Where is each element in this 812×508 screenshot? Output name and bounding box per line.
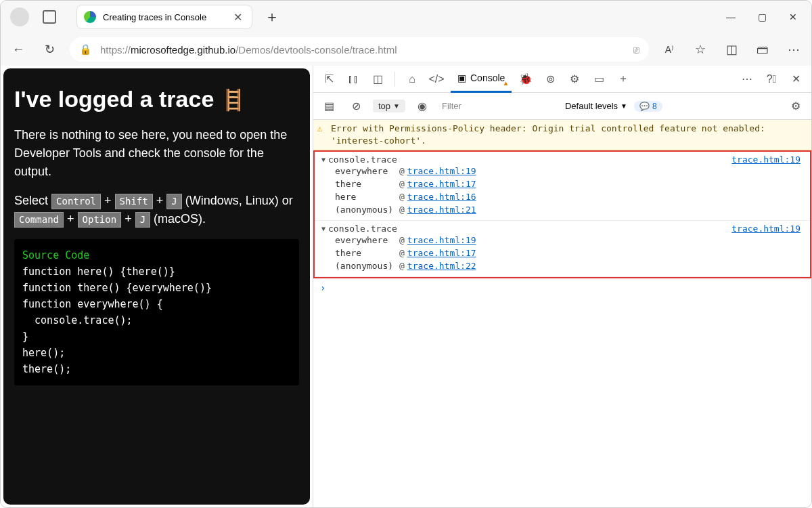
frame-source-link[interactable]: trace.html:16 (407, 192, 476, 202)
highlighted-trace-region: ▼console.tracetrace.html:19everywhere@tr… (313, 150, 811, 278)
filter-input[interactable] (439, 98, 558, 114)
edge-icon (84, 11, 96, 23)
performance-tab-icon[interactable]: ⚙ (564, 69, 585, 89)
clear-console-icon[interactable]: ⊘ (346, 96, 366, 117)
trace-group: ▼console.tracetrace.html:19everywhere@tr… (315, 152, 810, 221)
browser-tab[interactable]: Creating traces in Console ✕ (76, 5, 252, 29)
collections-icon[interactable]: 🗃 (752, 39, 773, 60)
main-area: I've logged a trace 🪜 There is nothing t… (1, 66, 811, 507)
address-bar: ← ↻ 🔒 https:// microsoftedge.github.io /… (1, 33, 811, 66)
minimize-button[interactable]: ― (715, 3, 746, 30)
frame-at: @ (399, 179, 405, 189)
console-tab[interactable]: ▣ Console ▲ (451, 66, 512, 93)
more-icon[interactable]: ⋯ (783, 39, 805, 60)
frame-source-link[interactable]: trace.html:22 (407, 261, 476, 271)
console-toolbar: ▤ ⊘ top ▼ ◉ Default levels ▼ 💬 8 ⚙ (313, 93, 811, 120)
frame-at: @ (399, 205, 405, 215)
split-screen-icon[interactable]: ◫ (721, 39, 742, 60)
frame-source-link[interactable]: trace.html:21 (407, 205, 476, 215)
maximize-button[interactable]: ▢ (746, 3, 777, 30)
close-window-button[interactable]: ✕ (777, 3, 809, 30)
trace-header[interactable]: ▼console.tracetrace.html:19 (321, 154, 810, 165)
console-prompt[interactable]: › (313, 278, 811, 297)
welcome-tab-icon[interactable]: ⌂ (402, 69, 422, 89)
plus-2: + (156, 194, 167, 207)
frame-function: (anonymous) (335, 261, 399, 271)
kbd-j-1: J (166, 194, 181, 209)
app-mode-icon[interactable]: ⎚ (633, 44, 639, 56)
source-code-block: Source Code function here() {there()} fu… (14, 239, 299, 385)
sidebar-toggle-icon[interactable]: ▤ (319, 96, 339, 117)
page-paragraph-2: Select Control + Shift + J (Windows, Lin… (14, 192, 299, 228)
frame-at: @ (399, 235, 405, 245)
more-tabs-icon[interactable]: ＋ (613, 69, 633, 89)
console-warning-row: Error with Permissions-Policy header: Or… (313, 120, 811, 150)
trace-header[interactable]: ▼console.tracetrace.html:19 (321, 224, 810, 234)
caret-down-icon: ▼ (321, 156, 325, 163)
back-button[interactable]: ← (7, 39, 29, 60)
application-tab-icon[interactable]: ▭ (589, 69, 609, 89)
device-icon[interactable]: ⫿⫿ (343, 69, 363, 89)
elements-tab-icon[interactable]: </> (426, 69, 447, 89)
chat-icon: 💬 (639, 102, 650, 111)
close-tab-icon[interactable]: ✕ (231, 11, 245, 24)
page-heading-text: I've logged a trace (14, 86, 214, 112)
issues-badge[interactable]: 💬 8 (634, 101, 662, 112)
console-tab-label: Console (470, 72, 505, 83)
frame-function: (anonymous) (335, 205, 399, 215)
console-icon: ▣ (457, 72, 466, 83)
frame-source-link[interactable]: trace.html:19 (407, 235, 476, 245)
url-host: microsoftedge.github.io (131, 44, 235, 56)
log-levels-selector[interactable]: Default levels ▼ (565, 101, 627, 111)
trace-source-link[interactable]: trace.html:19 (731, 224, 800, 234)
url-field[interactable]: 🔒 https:// microsoftedge.github.io /Demo… (70, 37, 649, 62)
frame-source-link[interactable]: trace.html:19 (407, 166, 476, 176)
para2-text-c: (macOS). (154, 212, 206, 226)
page-paragraph-1: There is nothing to see here, you need t… (14, 126, 299, 181)
frame-source-link[interactable]: trace.html:17 (407, 248, 476, 258)
kebab-icon[interactable]: ⋯ (737, 69, 757, 89)
devtools-tabbar: ⇱ ⫿⫿ ◫ ⌂ </> ▣ Console ▲ 🐞 ⊚ ⚙ ▭ ＋ ⋯ ?⃝ … (313, 66, 811, 93)
context-selector[interactable]: top ▼ (373, 100, 405, 112)
workspaces-icon[interactable] (43, 10, 56, 24)
kbd-j-2: J (135, 212, 150, 228)
stack-frame-row: everywhere@trace.html:19 (321, 165, 810, 177)
frame-function: here (335, 192, 399, 202)
frame-function: there (335, 248, 399, 258)
trace-source-link[interactable]: trace.html:19 (731, 154, 800, 165)
read-aloud-icon[interactable]: A⁾ (658, 39, 680, 60)
help-icon[interactable]: ?⃝ (761, 69, 782, 89)
warning-dot-icon: ▲ (502, 79, 509, 87)
stack-frame-row: there@trace.html:17 (321, 247, 810, 259)
sources-tab-icon[interactable]: 🐞 (516, 69, 536, 89)
stack-frame-row: everywhere@trace.html:19 (321, 234, 810, 247)
refresh-button[interactable]: ↻ (39, 39, 60, 60)
network-tab-icon[interactable]: ⊚ (540, 69, 560, 89)
demo-page: I've logged a trace 🪜 There is nothing t… (3, 68, 310, 505)
favorite-icon[interactable]: ☆ (690, 39, 711, 60)
frame-source-link[interactable]: trace.html:17 (407, 179, 476, 189)
frame-function: there (335, 179, 399, 189)
kbd-shift: Shift (115, 194, 153, 209)
close-devtools-icon[interactable]: ✕ (786, 69, 806, 89)
console-settings-icon[interactable]: ⚙ (786, 96, 806, 117)
live-expression-icon[interactable]: ◉ (412, 96, 432, 117)
frame-function: everywhere (335, 235, 399, 245)
url-scheme: https:// (100, 44, 131, 56)
para2-text-b: (Windows, Linux) or (185, 194, 293, 207)
kbd-command: Command (14, 212, 64, 228)
page-heading: I've logged a trace 🪜 (14, 86, 299, 112)
console-output: Error with Permissions-Policy header: Or… (313, 120, 811, 507)
source-code-label: Source Code (22, 247, 291, 263)
frame-at: @ (399, 261, 405, 271)
source-code-text: function here() {there()} function there… (22, 263, 291, 377)
inspect-icon[interactable]: ⇱ (319, 69, 339, 89)
frame-at: @ (399, 192, 405, 202)
dock-icon[interactable]: ◫ (367, 69, 388, 89)
new-tab-button[interactable]: ＋ (265, 7, 279, 27)
stack-frame-row: here@trace.html:16 (321, 190, 810, 203)
lock-icon: 🔒 (79, 43, 92, 56)
devtools-panel: ⇱ ⫿⫿ ◫ ⌂ </> ▣ Console ▲ 🐞 ⊚ ⚙ ▭ ＋ ⋯ ?⃝ … (313, 66, 811, 507)
profile-avatar[interactable] (10, 7, 29, 26)
stack-frame-row: there@trace.html:17 (321, 177, 810, 190)
